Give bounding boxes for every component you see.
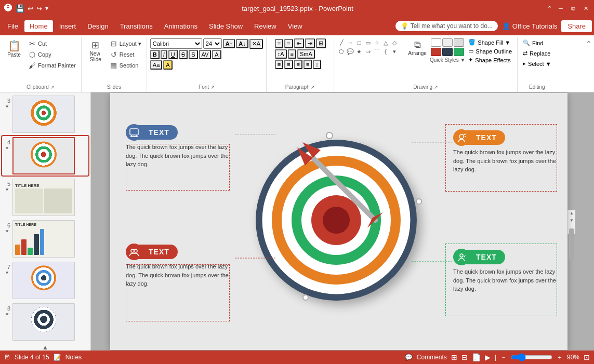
style-cell-4[interactable] — [431, 48, 441, 56]
shape-fill-button[interactable]: 🪣 Shape Fill ▼ — [466, 38, 514, 46]
comments-button[interactable]: Comments — [417, 354, 447, 361]
font-size-up-button[interactable]: A↑ — [223, 39, 235, 48]
menu-transitions[interactable]: Transitions — [115, 20, 158, 32]
slide-thumb-8[interactable]: 8 ★ — [2, 302, 88, 342]
arrange-button[interactable]: ⧉ Arrange — [406, 38, 429, 57]
align-text-button[interactable]: ≡ — [288, 49, 296, 59]
style-cell-2[interactable] — [442, 38, 453, 47]
slide-thumb-7[interactable]: 7 ★ — [2, 261, 88, 300]
redo-btn[interactable]: ↪ — [36, 5, 42, 12]
replace-button[interactable]: ⇄ Replace — [521, 49, 553, 58]
menu-slideshow[interactable]: Slide Show — [204, 20, 248, 32]
zoom-out-btn[interactable]: － — [500, 353, 507, 362]
style-cell-3[interactable] — [454, 38, 464, 47]
scroll-up-arrow[interactable]: ▲ — [568, 210, 575, 217]
notes-button[interactable]: Notes — [65, 354, 82, 361]
text-direction-button[interactable]: ↕A — [275, 49, 287, 59]
section-button[interactable]: ▦ Section — [108, 60, 143, 71]
style-cell-5[interactable] — [442, 48, 453, 56]
save-icon[interactable]: 💾 — [16, 4, 24, 12]
slideshow-view-btn[interactable]: ▶ — [485, 353, 491, 361]
columns-button[interactable]: ⊞ — [316, 38, 326, 48]
office-tutorials-link[interactable]: 👤 Office Tutorials — [502, 22, 557, 30]
align-center-button[interactable]: ≡ — [284, 60, 293, 69]
rounded-rect-shape[interactable]: ▭ — [364, 38, 372, 47]
rect-shape[interactable]: □ — [355, 38, 363, 47]
menu-review[interactable]: Review — [249, 20, 282, 32]
scroll-thumb[interactable] — [569, 228, 574, 260]
font-family-select[interactable]: Calibri — [150, 38, 202, 49]
scroll-up-btn[interactable]: ▲ — [42, 344, 48, 350]
zoom-in-btn[interactable]: ＋ — [557, 353, 563, 362]
find-button[interactable]: 🔍 Find — [521, 38, 553, 47]
line-shape[interactable]: ╱ — [337, 38, 346, 47]
font-highlight-button[interactable]: A — [163, 60, 172, 70]
select-button[interactable]: ▸ Select ▼ — [521, 59, 553, 68]
style-cell-6[interactable] — [454, 48, 464, 56]
align-right-button[interactable]: ≡ — [294, 60, 302, 69]
bold-button[interactable]: B — [150, 50, 160, 59]
new-slide-button[interactable]: ⊞ NewSlide — [85, 38, 107, 63]
block-arrow-shape[interactable]: ⇒ — [364, 47, 372, 56]
more-shapes-icon[interactable]: ▾ — [390, 47, 399, 56]
shape-effects-button[interactable]: ✦ Shape Effects — [466, 56, 514, 64]
menu-animations[interactable]: Animations — [159, 20, 203, 32]
font-case-button[interactable]: Aa — [150, 60, 162, 70]
fit-page-btn[interactable]: ⊡ — [584, 353, 590, 361]
normal-view-btn[interactable]: ⊞ — [451, 353, 457, 361]
font-size-down-button[interactable]: A↓ — [236, 39, 248, 48]
strikethrough-button[interactable]: S — [179, 50, 188, 59]
slide-thumb-6[interactable]: 6 ★ TITLE HERE — [2, 219, 88, 259]
menu-insert[interactable]: Insert — [54, 20, 82, 32]
layout-button[interactable]: ⊟ Layout ▾ — [108, 38, 143, 49]
underline-button[interactable]: U — [168, 50, 178, 59]
ribbon-collapse-btn[interactable]: ⌃ — [586, 39, 592, 48]
menu-file[interactable]: File — [2, 20, 23, 32]
quick-styles-grid[interactable] — [431, 38, 464, 56]
font-size-select[interactable]: 24 — [203, 38, 222, 49]
shape-outline-button[interactable]: ▭ Shape Outline — [466, 47, 514, 55]
undo-btn[interactable]: ↩ — [28, 5, 33, 12]
star-shape[interactable]: ★ — [355, 47, 363, 56]
increase-indent-button[interactable]: ⇥ — [305, 38, 315, 48]
reset-button[interactable]: ↺ Reset — [108, 49, 143, 60]
vertical-scrollbar[interactable]: ▲ ▼ ⊞ — [567, 210, 575, 234]
copy-button[interactable]: ⬡ Copy — [26, 49, 78, 60]
char-spacing-button[interactable]: AV — [199, 50, 212, 59]
slide-thumb-5[interactable]: 5 ★ TITLE HERE — [2, 178, 88, 217]
arrow-shape[interactable]: → — [346, 38, 354, 47]
style-cell-1[interactable] — [431, 38, 441, 47]
slide-thumb-3[interactable]: 3 ★ — [2, 95, 88, 134]
maximize-button[interactable]: ⧉ — [569, 4, 577, 12]
format-painter-button[interactable]: 🖌 Format Painter — [26, 60, 78, 71]
ribbon-toggle-icon[interactable]: ⌃ — [547, 5, 552, 12]
align-left-button[interactable]: ≡ — [275, 60, 283, 69]
shadow-button[interactable]: S — [189, 50, 197, 59]
triangle-shape[interactable]: △ — [381, 38, 390, 47]
share-button[interactable]: Share — [561, 20, 592, 32]
italic-button[interactable]: I — [161, 50, 167, 59]
tell-me-input[interactable]: 💡 Tell me what you want to do... — [395, 21, 498, 31]
diamond-shape[interactable]: ◇ — [390, 38, 399, 47]
zoom-slider[interactable] — [511, 353, 552, 361]
callout-shape[interactable]: 💬 — [346, 47, 354, 56]
clear-format-button[interactable]: ✕A — [249, 39, 263, 49]
brace-shape[interactable]: { — [381, 47, 390, 56]
scroll-down-arrow[interactable]: ▼ — [568, 217, 575, 224]
menu-home[interactable]: Home — [24, 20, 53, 32]
oval-shape[interactable]: ○ — [373, 38, 381, 47]
slide-thumb-4[interactable]: 4 ★ — [2, 136, 88, 176]
smartart-button[interactable]: SmA — [297, 49, 315, 59]
cut-button[interactable]: ✂ Cut — [26, 38, 78, 49]
quick-styles-button[interactable]: Quick Styles ▼ — [430, 57, 465, 63]
reading-view-btn[interactable]: 📄 — [472, 353, 481, 361]
decrease-indent-button[interactable]: ⇤ — [294, 38, 304, 48]
outline-view-btn[interactable]: ⊟ — [461, 353, 468, 361]
bullets-button[interactable]: ≡ — [275, 39, 283, 48]
pentagon-shape[interactable]: ⬠ — [337, 47, 346, 56]
curve-shape[interactable]: ⌒ — [373, 47, 381, 56]
paste-button[interactable]: 📋 Paste — [3, 38, 25, 59]
numbering-button[interactable]: ≡ — [284, 39, 293, 48]
minimize-button[interactable]: ─ — [557, 4, 565, 12]
menu-design[interactable]: Design — [82, 20, 113, 32]
